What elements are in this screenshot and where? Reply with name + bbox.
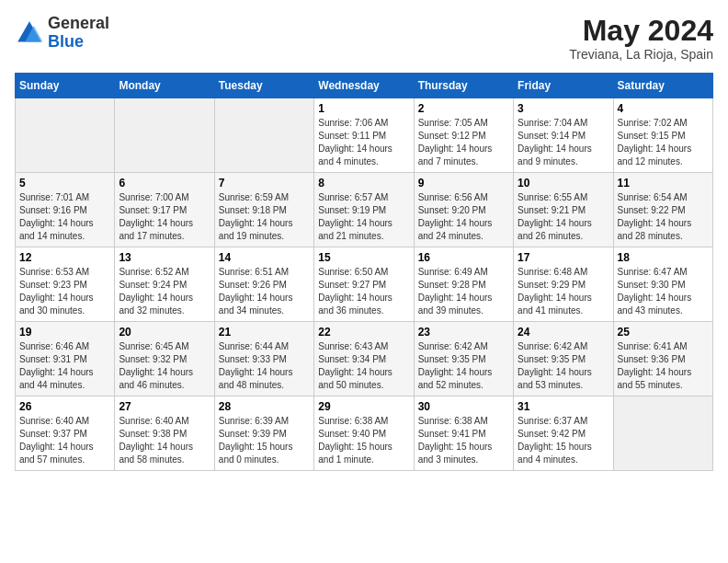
day-info: Sunrise: 6:50 AMSunset: 9:27 PMDaylight:…: [318, 266, 409, 317]
day-number: 9: [418, 177, 509, 190]
day-number: 26: [19, 400, 110, 413]
day-info: Sunrise: 6:52 AMSunset: 9:24 PMDaylight:…: [119, 266, 210, 317]
day-number: 3: [518, 102, 609, 115]
day-number: 16: [418, 251, 509, 264]
calendar-cell: 7Sunrise: 6:59 AMSunset: 9:18 PMDaylight…: [214, 173, 313, 247]
day-number: 17: [518, 251, 609, 264]
calendar-cell: 24Sunrise: 6:42 AMSunset: 9:35 PMDayligh…: [514, 322, 613, 396]
day-info: Sunrise: 6:40 AMSunset: 9:38 PMDaylight:…: [119, 415, 210, 466]
calendar-cell: 18Sunrise: 6:47 AMSunset: 9:30 PMDayligh…: [613, 247, 712, 322]
day-number: 7: [219, 177, 310, 190]
calendar-cell: 29Sunrise: 6:38 AMSunset: 9:40 PMDayligh…: [314, 396, 414, 471]
calendar-cell: 5Sunrise: 7:01 AMSunset: 9:16 PMDaylight…: [16, 173, 115, 247]
day-info: Sunrise: 7:02 AMSunset: 9:15 PMDaylight:…: [618, 117, 709, 168]
day-info: Sunrise: 6:59 AMSunset: 9:18 PMDaylight:…: [219, 191, 310, 243]
calendar-cell: 16Sunrise: 6:49 AMSunset: 9:28 PMDayligh…: [414, 247, 513, 322]
day-info: Sunrise: 6:38 AMSunset: 9:40 PMDaylight:…: [318, 415, 409, 466]
weekday-header-sunday: Sunday: [16, 74, 115, 98]
day-number: 19: [19, 326, 110, 339]
calendar-week-5: 26Sunrise: 6:40 AMSunset: 9:37 PMDayligh…: [16, 396, 713, 471]
calendar-cell: 25Sunrise: 6:41 AMSunset: 9:36 PMDayligh…: [613, 322, 712, 396]
calendar-cell: 8Sunrise: 6:57 AMSunset: 9:19 PMDaylight…: [314, 173, 414, 247]
day-number: 1: [318, 102, 409, 115]
day-number: 27: [119, 400, 210, 413]
page-header: General Blue May 2024 Treviana, La Rioja…: [15, 15, 713, 62]
day-info: Sunrise: 6:38 AMSunset: 9:41 PMDaylight:…: [418, 415, 509, 466]
calendar-week-1: 1Sunrise: 7:06 AMSunset: 9:11 PMDaylight…: [16, 98, 713, 173]
weekday-header-row: SundayMondayTuesdayWednesdayThursdayFrid…: [16, 74, 713, 98]
weekday-header-wednesday: Wednesday: [314, 74, 414, 98]
calendar-cell: 1Sunrise: 7:06 AMSunset: 9:11 PMDaylight…: [314, 98, 414, 173]
day-number: 5: [19, 177, 110, 190]
logo-icon: [15, 18, 44, 48]
day-info: Sunrise: 6:51 AMSunset: 9:26 PMDaylight:…: [219, 266, 310, 317]
logo: General Blue: [15, 15, 109, 52]
day-number: 15: [318, 251, 409, 264]
calendar-cell: [115, 98, 214, 173]
calendar-cell: 26Sunrise: 6:40 AMSunset: 9:37 PMDayligh…: [16, 396, 115, 471]
calendar-cell: 10Sunrise: 6:55 AMSunset: 9:21 PMDayligh…: [514, 173, 613, 247]
weekday-header-saturday: Saturday: [613, 74, 712, 98]
month-year: May 2024: [569, 15, 713, 47]
day-info: Sunrise: 6:54 AMSunset: 9:22 PMDaylight:…: [618, 191, 709, 243]
calendar-cell: 12Sunrise: 6:53 AMSunset: 9:23 PMDayligh…: [16, 247, 115, 322]
day-number: 31: [518, 400, 609, 413]
day-number: 14: [219, 251, 310, 264]
day-info: Sunrise: 7:05 AMSunset: 9:12 PMDaylight:…: [418, 117, 509, 168]
day-number: 21: [219, 326, 310, 339]
weekday-header-tuesday: Tuesday: [214, 74, 313, 98]
calendar-cell: 30Sunrise: 6:38 AMSunset: 9:41 PMDayligh…: [414, 396, 513, 471]
calendar-week-4: 19Sunrise: 6:46 AMSunset: 9:31 PMDayligh…: [16, 322, 713, 396]
day-number: 13: [119, 251, 210, 264]
calendar-cell: 14Sunrise: 6:51 AMSunset: 9:26 PMDayligh…: [214, 247, 313, 322]
calendar-cell: 9Sunrise: 6:56 AMSunset: 9:20 PMDaylight…: [414, 173, 513, 247]
day-info: Sunrise: 6:48 AMSunset: 9:29 PMDaylight:…: [518, 266, 609, 317]
day-info: Sunrise: 6:37 AMSunset: 9:42 PMDaylight:…: [518, 415, 609, 466]
day-info: Sunrise: 7:04 AMSunset: 9:14 PMDaylight:…: [518, 117, 609, 168]
day-info: Sunrise: 6:45 AMSunset: 9:32 PMDaylight:…: [119, 340, 210, 392]
calendar-week-2: 5Sunrise: 7:01 AMSunset: 9:16 PMDaylight…: [16, 173, 713, 247]
day-number: 4: [618, 102, 709, 115]
calendar-cell: 6Sunrise: 7:00 AMSunset: 9:17 PMDaylight…: [115, 173, 214, 247]
day-info: Sunrise: 7:00 AMSunset: 9:17 PMDaylight:…: [119, 191, 210, 243]
day-info: Sunrise: 6:55 AMSunset: 9:21 PMDaylight:…: [518, 191, 609, 243]
day-info: Sunrise: 6:46 AMSunset: 9:31 PMDaylight:…: [19, 340, 110, 392]
logo-text: General Blue: [48, 15, 109, 52]
day-info: Sunrise: 7:06 AMSunset: 9:11 PMDaylight:…: [318, 117, 409, 168]
day-info: Sunrise: 6:42 AMSunset: 9:35 PMDaylight:…: [518, 340, 609, 392]
day-number: 24: [518, 326, 609, 339]
calendar-week-3: 12Sunrise: 6:53 AMSunset: 9:23 PMDayligh…: [16, 247, 713, 322]
calendar-cell: [613, 396, 712, 471]
day-number: 6: [119, 177, 210, 190]
calendar-cell: 22Sunrise: 6:43 AMSunset: 9:34 PMDayligh…: [314, 322, 414, 396]
calendar-cell: 28Sunrise: 6:39 AMSunset: 9:39 PMDayligh…: [214, 396, 313, 471]
day-info: Sunrise: 6:47 AMSunset: 9:30 PMDaylight:…: [618, 266, 709, 317]
calendar-cell: 3Sunrise: 7:04 AMSunset: 9:14 PMDaylight…: [514, 98, 613, 173]
day-info: Sunrise: 6:57 AMSunset: 9:19 PMDaylight:…: [318, 191, 409, 243]
calendar-cell: 31Sunrise: 6:37 AMSunset: 9:42 PMDayligh…: [514, 396, 613, 471]
day-number: 2: [418, 102, 509, 115]
day-number: 12: [19, 251, 110, 264]
day-number: 20: [119, 326, 210, 339]
day-number: 11: [618, 177, 709, 190]
weekday-header-friday: Friday: [514, 74, 613, 98]
day-number: 10: [518, 177, 609, 190]
day-info: Sunrise: 6:44 AMSunset: 9:33 PMDaylight:…: [219, 340, 310, 392]
calendar-cell: 20Sunrise: 6:45 AMSunset: 9:32 PMDayligh…: [115, 322, 214, 396]
day-info: Sunrise: 7:01 AMSunset: 9:16 PMDaylight:…: [19, 191, 110, 243]
weekday-header-thursday: Thursday: [414, 74, 513, 98]
day-number: 30: [418, 400, 509, 413]
day-number: 23: [418, 326, 509, 339]
day-info: Sunrise: 6:53 AMSunset: 9:23 PMDaylight:…: [19, 266, 110, 317]
calendar-cell: [214, 98, 313, 173]
day-number: 22: [318, 326, 409, 339]
calendar-cell: 19Sunrise: 6:46 AMSunset: 9:31 PMDayligh…: [16, 322, 115, 396]
calendar-cell: 23Sunrise: 6:42 AMSunset: 9:35 PMDayligh…: [414, 322, 513, 396]
calendar-table: SundayMondayTuesdayWednesdayThursdayFrid…: [15, 73, 713, 471]
day-number: 28: [219, 400, 310, 413]
day-info: Sunrise: 6:43 AMSunset: 9:34 PMDaylight:…: [318, 340, 409, 392]
day-info: Sunrise: 6:39 AMSunset: 9:39 PMDaylight:…: [219, 415, 310, 466]
weekday-header-monday: Monday: [115, 74, 214, 98]
location: Treviana, La Rioja, Spain: [569, 47, 713, 62]
day-info: Sunrise: 6:40 AMSunset: 9:37 PMDaylight:…: [19, 415, 110, 466]
